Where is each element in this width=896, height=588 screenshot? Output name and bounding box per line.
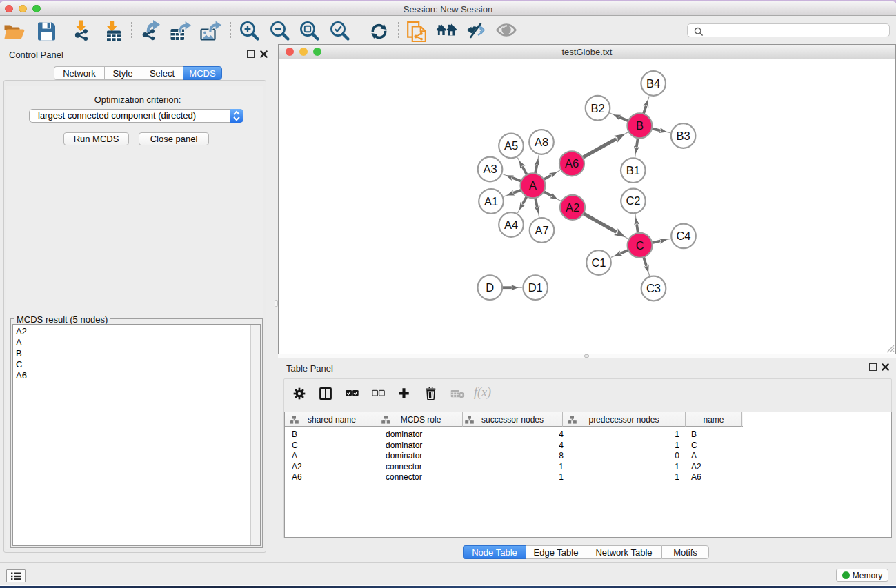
svg-text:B1: B1 — [626, 164, 640, 176]
svg-text:B3: B3 — [677, 130, 690, 142]
svg-text:C: C — [636, 239, 644, 252]
svg-text:A8: A8 — [535, 136, 548, 148]
svg-text:B2: B2 — [590, 102, 604, 114]
svg-text:C3: C3 — [646, 282, 661, 294]
svg-text:A3: A3 — [483, 163, 497, 175]
svg-text:D1: D1 — [528, 281, 543, 294]
svg-text:A6: A6 — [565, 157, 579, 170]
svg-text:C4: C4 — [676, 230, 690, 242]
svg-text:D: D — [486, 281, 494, 294]
svg-text:A4: A4 — [504, 219, 518, 231]
svg-text:B4: B4 — [646, 77, 660, 90]
svg-text:C2: C2 — [626, 194, 640, 207]
svg-text:C1: C1 — [591, 256, 606, 269]
svg-text:A: A — [529, 179, 537, 192]
svg-text:A7: A7 — [535, 224, 548, 236]
svg-text:A2: A2 — [566, 201, 579, 214]
svg-text:A1: A1 — [484, 195, 498, 207]
svg-text:B: B — [636, 119, 644, 132]
svg-text:A5: A5 — [504, 139, 518, 152]
